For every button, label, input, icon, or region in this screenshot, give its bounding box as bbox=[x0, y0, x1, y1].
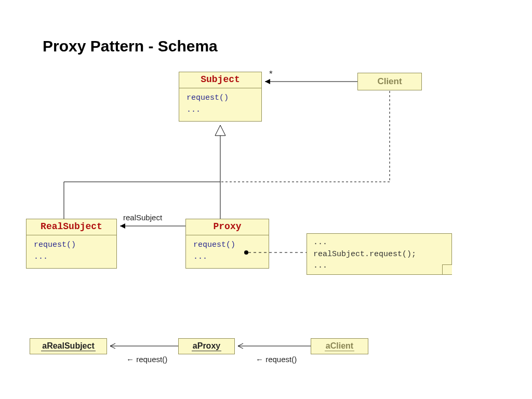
class-subject: Subject request() ... bbox=[179, 72, 262, 122]
class-subject-name: Subject bbox=[179, 72, 261, 88]
multiplicity-star: * bbox=[269, 69, 273, 79]
object-arealsubject-label: aRealSubject bbox=[41, 341, 95, 351]
note: ... realSubject.request(); ... bbox=[307, 233, 452, 275]
svg-marker-1 bbox=[215, 125, 225, 136]
class-realsubject-ops: request() ... bbox=[26, 235, 116, 268]
class-subject-ops: request() ... bbox=[179, 88, 261, 121]
class-proxy: Proxy request() ... bbox=[185, 219, 269, 269]
note-text: ... realSubject.request(); ... bbox=[313, 238, 416, 270]
class-proxy-ops: request() ... bbox=[186, 235, 269, 268]
class-client-name: Client bbox=[377, 76, 402, 86]
obj-req-1: ← request() bbox=[126, 355, 167, 364]
class-realsubject-name: RealSubject bbox=[26, 219, 116, 235]
obj-req-2: ← request() bbox=[256, 355, 297, 364]
object-arealsubject: aRealSubject bbox=[30, 338, 107, 354]
object-aclient-label: aClient bbox=[325, 341, 354, 351]
slide-title: Proxy Pattern - Schema bbox=[43, 37, 218, 55]
object-aproxy-label: aProxy bbox=[192, 341, 221, 351]
assoc-realsubject-label: realSubject bbox=[123, 213, 162, 222]
class-client: Client bbox=[357, 73, 422, 90]
class-proxy-name: Proxy bbox=[186, 219, 269, 235]
slide: Proxy Pattern - Schema Subject request()… bbox=[0, 0, 532, 399]
object-aproxy: aProxy bbox=[178, 338, 235, 354]
object-aclient: aClient bbox=[311, 338, 368, 354]
class-realsubject: RealSubject request() ... bbox=[26, 219, 117, 269]
